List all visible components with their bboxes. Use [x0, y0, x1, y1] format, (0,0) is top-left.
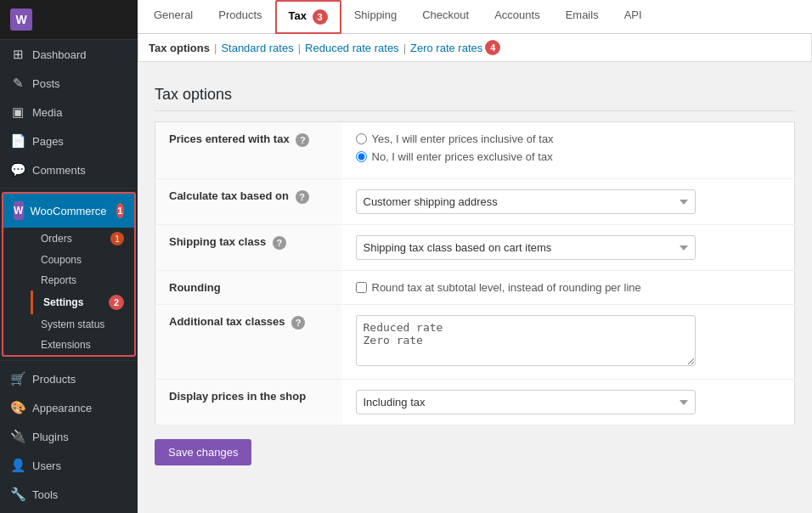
plugins-icon: 🔌 [10, 429, 25, 444]
tab-checkout[interactable]: Checkout [409, 0, 482, 34]
pages-icon: 📄 [10, 133, 25, 149]
sidebar-item-label: Orders [41, 233, 100, 245]
sidebar-item-label: Extensions [41, 339, 91, 351]
options-table: Prices entered with tax ? Yes, I will en… [155, 121, 795, 426]
table-row-display-prices: Display prices in the shop Including tax… [155, 380, 795, 426]
step-badge-2: 2 [109, 295, 124, 310]
table-row-prices-tax: Prices entered with tax ? Yes, I will en… [155, 122, 795, 179]
field-label-prices-tax: Prices entered with tax [169, 132, 290, 145]
sidebar-item-label: Dashboard [32, 48, 87, 61]
sidebar-item-users[interactable]: 👤 Users [0, 451, 138, 480]
select-calculate-tax[interactable]: Customer shipping address Customer billi… [356, 189, 696, 214]
sidebar-item-label: Coupons [41, 254, 82, 266]
sidebar-item-system-status[interactable]: System status [31, 314, 134, 335]
media-icon: ▣ [10, 104, 25, 120]
tab-accounts[interactable]: Accounts [482, 0, 552, 34]
radio-no[interactable] [356, 151, 367, 162]
sidebar-item-label: Media [32, 106, 62, 119]
save-area: Save changes [155, 426, 795, 479]
sidebar-item-label: Users [32, 459, 61, 472]
subtab-zero-rate[interactable]: Zero rate rates [410, 42, 482, 54]
step-badge-3: 3 [313, 9, 328, 25]
products-icon: 🛒 [10, 371, 25, 386]
sidebar-item-label: Reports [41, 274, 76, 286]
field-label-rounding: Rounding [169, 281, 221, 294]
checkbox-rounding-label: Round tax at subtotal level, instead of … [372, 281, 641, 294]
sidebar-item-label: Appearance [32, 402, 92, 414]
sidebar: W ⊞ Dashboard ✎ Posts ▣ Media 📄 Pages 💬 … [0, 0, 138, 513]
sidebar-item-pages[interactable]: 📄 Pages [0, 127, 138, 155]
sidebar-item-label: Pages [32, 135, 64, 148]
tab-bar: General Products Tax 3 Shipping Checkout… [138, 0, 812, 34]
sidebar-item-comments[interactable]: 💬 Comments [0, 155, 138, 184]
orders-badge: 1 [110, 232, 124, 245]
subtab-bar: Tax options | Standard rates | Reduced r… [138, 34, 812, 62]
radio-option-yes: Yes, I will enter prices inclusive of ta… [356, 132, 781, 145]
section-heading: Tax options [155, 86, 795, 111]
select-shipping-tax[interactable]: Shipping tax class based on cart items S… [356, 235, 696, 260]
table-row-shipping-tax: Shipping tax class ? Shipping tax class … [155, 225, 795, 271]
tab-tax[interactable]: Tax 3 [275, 0, 341, 34]
sidebar-item-dashboard[interactable]: ⊞ Dashboard [0, 40, 138, 69]
subtab-reduced-rate[interactable]: Reduced rate rates [305, 42, 399, 54]
main-inner: Tax options Prices entered with tax ? Ye… [138, 62, 812, 489]
sidebar-item-media[interactable]: ▣ Media [0, 98, 138, 127]
comments-icon: 💬 [10, 162, 25, 178]
sidebar-item-woocommerce[interactable]: W WooCommerce 1 [3, 194, 134, 228]
sidebar-item-label: System status [41, 319, 104, 330]
help-icon-prices-tax[interactable]: ? [296, 133, 309, 147]
sidebar-item-label: Settings [43, 296, 99, 308]
field-label-display-prices: Display prices in the shop [169, 390, 306, 403]
sidebar-item-reports[interactable]: Reports [31, 270, 134, 290]
woocommerce-icon: W [14, 201, 24, 220]
field-label-calculate-tax: Calculate tax based on [169, 189, 289, 202]
table-row-additional-tax: Additional tax classes ? Reduced rate Ze… [155, 305, 795, 380]
sidebar-item-tools[interactable]: 🔧 Tools [0, 480, 138, 509]
sidebar-item-appearance[interactable]: 🎨 Appearance [0, 393, 138, 422]
help-icon-shipping-tax[interactable]: ? [273, 236, 286, 250]
tab-shipping[interactable]: Shipping [341, 0, 410, 34]
sidebar-item-label: Plugins [32, 431, 69, 443]
sidebar-item-settings[interactable]: Settings 2 [31, 290, 134, 314]
table-row-rounding: Rounding Round tax at subtotal level, in… [155, 271, 795, 305]
save-button[interactable]: Save changes [155, 439, 251, 465]
table-row-calculate-tax: Calculate tax based on ? Customer shippi… [155, 179, 795, 225]
textarea-additional-tax[interactable]: Reduced rate Zero rate [356, 315, 696, 366]
tab-general[interactable]: General [141, 0, 206, 34]
subtab-standard-rates[interactable]: Standard rates [221, 42, 293, 54]
sidebar-item-products[interactable]: 🛒 Products [0, 364, 138, 393]
posts-icon: ✎ [10, 76, 25, 91]
checkbox-rounding-input[interactable] [356, 282, 367, 293]
sidebar-logo: W [0, 0, 138, 40]
sidebar-item-posts[interactable]: ✎ Posts [0, 69, 138, 98]
checkbox-rounding: Round tax at subtotal level, instead of … [356, 281, 781, 294]
main-content: General Products Tax 3 Shipping Checkout… [138, 0, 812, 513]
sidebar-item-label: Products [32, 373, 76, 386]
sidebar-item-label: Tools [32, 488, 58, 501]
site-icon: W [10, 8, 32, 31]
sidebar-item-extensions[interactable]: Extensions [31, 335, 134, 355]
help-icon-calculate-tax[interactable]: ? [296, 190, 309, 204]
dashboard-icon: ⊞ [10, 47, 25, 62]
sidebar-item-label: Posts [32, 77, 60, 90]
sidebar-item-orders[interactable]: Orders 1 [31, 228, 134, 250]
field-label-additional-tax: Additional tax classes [169, 315, 285, 328]
subtab-current: Tax options [149, 42, 210, 54]
step-badge-1: 1 [116, 203, 124, 218]
sidebar-item-label: Comments [32, 164, 86, 177]
step-badge-4: 4 [485, 40, 500, 55]
tools-icon: 🔧 [10, 487, 25, 502]
tab-products[interactable]: Products [206, 0, 274, 34]
radio-yes-label: Yes, I will enter prices inclusive of ta… [372, 132, 554, 145]
users-icon: 👤 [10, 458, 25, 473]
radio-yes[interactable] [356, 133, 367, 144]
field-label-shipping-tax: Shipping tax class [169, 235, 266, 248]
select-display-prices[interactable]: Including tax Excluding tax [356, 390, 696, 414]
appearance-icon: 🎨 [10, 400, 25, 415]
help-icon-additional-tax[interactable]: ? [291, 316, 305, 330]
sidebar-item-plugins[interactable]: 🔌 Plugins [0, 422, 138, 451]
sidebar-item-label: WooCommerce [31, 205, 107, 217]
tab-emails[interactable]: Emails [553, 0, 612, 34]
tab-api[interactable]: API [612, 0, 655, 34]
sidebar-item-coupons[interactable]: Coupons [31, 250, 134, 270]
